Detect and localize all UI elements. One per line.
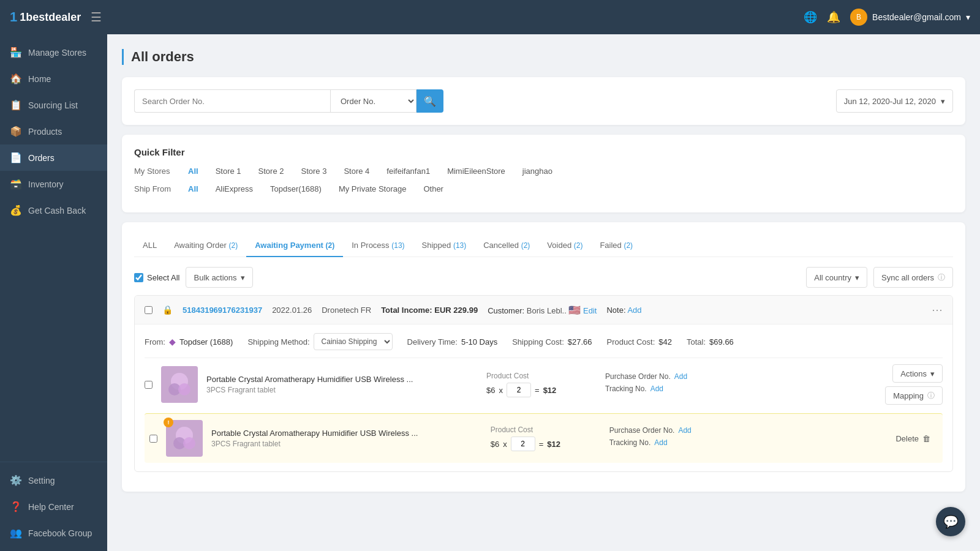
add-note-link[interactable]: Add xyxy=(627,305,641,315)
add-purchase-order-link-1[interactable]: Add xyxy=(678,426,691,435)
product-item-1: ! Portable Crystal A xyxy=(145,413,943,463)
ship-from-topdser[interactable]: Topdser(1688) xyxy=(264,182,328,195)
sidebar-item-label: Setting xyxy=(28,476,55,485)
logo-icon: 1 xyxy=(10,9,17,25)
add-tracking-link-0[interactable]: Add xyxy=(650,384,663,393)
country-label: All country xyxy=(814,273,851,282)
add-purchase-order-link-0[interactable]: Add xyxy=(674,372,687,381)
globe-icon[interactable]: 🌐 xyxy=(804,10,817,24)
tab-voided[interactable]: Voided (2) xyxy=(538,234,591,257)
add-tracking-link-1[interactable]: Add xyxy=(654,438,667,447)
tab-awaiting-payment[interactable]: Awaiting Payment (2) xyxy=(246,234,343,257)
sidebar-item-label: Inventory xyxy=(28,179,64,189)
sync-label: Sync all orders xyxy=(881,273,934,282)
ship-from-other[interactable]: Other xyxy=(417,182,450,195)
actions-button-0[interactable]: Actions ▾ xyxy=(892,364,943,383)
sidebar-item-label: Products xyxy=(28,127,62,137)
sidebar-item-sourcing-list[interactable]: 📋 Sourcing List xyxy=(0,92,107,118)
ship-from-aliexpress[interactable]: AliExpress xyxy=(209,182,259,195)
shipping-method-select[interactable]: Cainiao Shipping xyxy=(314,333,393,350)
sidebar-item-help-center[interactable]: ❓ Help Center xyxy=(0,493,107,520)
tab-in-process[interactable]: In Process (13) xyxy=(343,234,413,257)
product-cost-0: Product Cost $6 x = $12 xyxy=(486,372,597,397)
sidebar-item-label: Sourcing List xyxy=(28,100,78,110)
order-income: Total Income: EUR 229.99 xyxy=(381,305,478,315)
store-filter-feifeifanfan1[interactable]: feifeifanfan1 xyxy=(380,165,436,178)
sidebar-item-manage-stores[interactable]: 🏪 Manage Stores xyxy=(0,39,107,66)
quantity-input-0[interactable] xyxy=(507,383,531,397)
tab-failed[interactable]: Failed (2) xyxy=(591,234,641,257)
tab-awaiting-order[interactable]: Awaiting Order (2) xyxy=(165,234,246,257)
sync-info-icon: ⓘ xyxy=(938,272,945,283)
cost-label-0: Product Cost xyxy=(486,372,597,380)
store-filter-2[interactable]: Store 2 xyxy=(252,165,290,178)
order-id[interactable]: 518431969176231937 xyxy=(183,305,262,315)
search-input[interactable] xyxy=(134,89,330,113)
product-checkbox-0[interactable] xyxy=(145,381,153,389)
manage-stores-icon: 🏪 xyxy=(10,47,22,58)
delete-button-1[interactable]: Delete 🗑 xyxy=(888,429,938,448)
user-menu[interactable]: B Bestdealer@gmail.com ▾ xyxy=(850,9,970,26)
actions-label-0: Actions xyxy=(900,369,927,378)
mapping-button-0[interactable]: Mapping ⓘ xyxy=(885,386,943,405)
product-checkbox-1[interactable] xyxy=(149,435,157,443)
my-stores-label: My Stores xyxy=(134,167,177,176)
tab-shipped[interactable]: Shipped (13) xyxy=(413,234,475,257)
date-range-picker[interactable]: Jun 12, 2020-Jul 12, 2020 ▾ xyxy=(836,89,953,113)
page-title: All orders xyxy=(122,49,965,65)
chat-button[interactable]: 💬 xyxy=(936,507,965,536)
sidebar-item-facebook-group[interactable]: 👥 Facebook Group xyxy=(0,520,107,546)
search-type-select[interactable]: Order No. Customer Name Product Name xyxy=(330,89,417,113)
product-name-0: Portable Crystal Aromatherapy Humidifier… xyxy=(206,375,478,384)
product-item-0: Portable Crystal Aromatherapy Humidifier… xyxy=(145,358,943,411)
ship-from-private-storage[interactable]: My Private Storage xyxy=(333,182,413,195)
sidebar-item-products[interactable]: 📦 Products xyxy=(0,118,107,144)
order-status-tabs: ALL Awaiting Order (2) Awaiting Payment … xyxy=(134,234,953,257)
cost-label-1: Product Cost xyxy=(491,425,601,434)
search-button[interactable]: 🔍 xyxy=(417,89,443,113)
store-filter-all[interactable]: All xyxy=(182,165,205,178)
svg-point-7 xyxy=(183,437,195,449)
sidebar-item-label: Home xyxy=(28,74,51,84)
bulk-chevron-icon: ▾ xyxy=(241,273,245,282)
tab-all[interactable]: ALL xyxy=(134,234,165,257)
warning-badge: ! xyxy=(164,418,173,427)
order-checkbox[interactable] xyxy=(145,306,153,314)
tab-cancelled[interactable]: Cancelled (2) xyxy=(475,234,538,257)
country-filter-button[interactable]: All country ▾ xyxy=(806,267,867,288)
product-variant-1: 3PCS Fragrant tablet xyxy=(211,440,482,448)
sidebar-item-get-cash-back[interactable]: 💰 Get Cash Back xyxy=(0,197,107,223)
content-area: All orders Order No. Customer Name Produ… xyxy=(107,34,980,551)
store-filter-1[interactable]: Store 1 xyxy=(209,165,247,178)
sidebar-item-home[interactable]: 🏠 Home xyxy=(0,66,107,92)
hamburger-icon[interactable]: ☰ xyxy=(91,10,102,24)
bell-icon[interactable]: 🔔 xyxy=(827,10,840,24)
store-filter-3[interactable]: Store 3 xyxy=(295,165,333,178)
select-all-label[interactable]: Select All xyxy=(134,273,179,282)
store-filter-4[interactable]: Store 4 xyxy=(337,165,375,178)
sidebar-item-orders[interactable]: 📄 Orders xyxy=(0,144,107,171)
user-chevron-icon: ▾ xyxy=(966,12,970,22)
tracking-row-1: Tracking No. Add xyxy=(609,438,880,447)
bulk-actions-label: Bulk actions xyxy=(194,273,236,282)
app-logo[interactable]: 1 1bestdealer xyxy=(10,9,81,25)
quick-filter-title: Quick Filter xyxy=(134,147,953,157)
inventory-icon: 🗃️ xyxy=(10,178,22,190)
sidebar-item-label: Get Cash Back xyxy=(28,206,86,216)
bulk-actions-button[interactable]: Bulk actions ▾ xyxy=(186,267,252,288)
sidebar-item-label: Orders xyxy=(28,153,55,163)
ship-from-label: Ship From xyxy=(134,184,177,193)
select-all-checkbox[interactable] xyxy=(134,273,143,282)
products-icon: 📦 xyxy=(10,126,22,137)
order-more-button[interactable]: ⋯ xyxy=(932,303,943,317)
store-filter-mimieileen[interactable]: MimiEileenStore xyxy=(441,165,511,178)
sidebar: 🏪 Manage Stores 🏠 Home 📋 Sourcing List 📦… xyxy=(0,34,107,551)
sync-all-orders-button[interactable]: Sync all orders ⓘ xyxy=(873,267,953,288)
quantity-input-1[interactable] xyxy=(511,437,535,451)
sidebar-item-inventory[interactable]: 🗃️ Inventory xyxy=(0,171,107,197)
edit-customer-link[interactable]: Edit xyxy=(583,306,597,315)
store-filter-jianghao[interactable]: jianghao xyxy=(516,165,559,178)
ship-from-all[interactable]: All xyxy=(182,182,205,195)
order-header: 🔒 518431969176231937 2022.01.26 Dronetec… xyxy=(135,296,952,324)
sidebar-item-setting[interactable]: ⚙️ Setting xyxy=(0,467,107,493)
